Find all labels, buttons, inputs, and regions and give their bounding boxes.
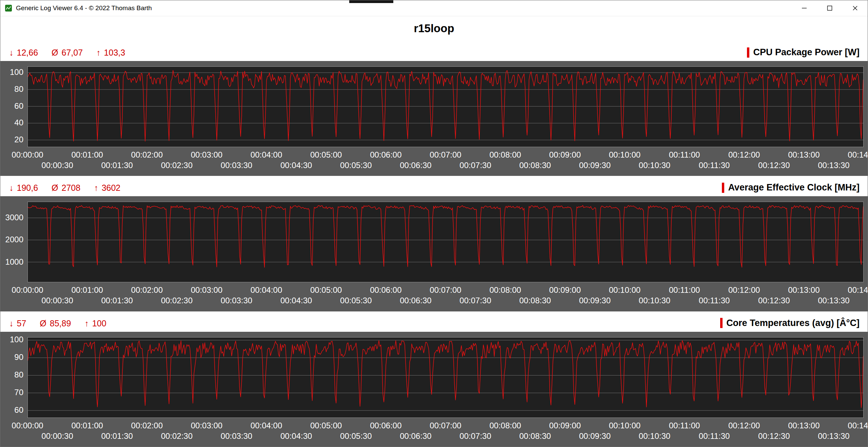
max-arrow-icon: ↑ — [96, 48, 101, 58]
plot-area[interactable] — [27, 202, 864, 282]
y-tick-label: 100 — [10, 67, 23, 77]
chart-section-core-temperatures: ↓ 57 Ø 85,89 ↑ 100 Core Temperatures (av… — [0, 311, 868, 447]
x-tick-label: 00:09:30 — [579, 161, 611, 170]
y-tick-label: 1000 — [5, 257, 23, 267]
stat-max-value: 103,3 — [104, 48, 125, 58]
x-tick-label: 00:09:30 — [579, 296, 611, 305]
x-tick-label: 00:09:00 — [549, 421, 581, 430]
plot-area[interactable] — [27, 337, 864, 418]
overlapping-window-artifact — [349, 0, 393, 3]
stat-min-value: 190,6 — [17, 183, 38, 193]
close-icon — [852, 5, 858, 11]
chart-section-average-effective-clock: ↓ 190,6 Ø 2708 ↑ 3602 Average Effective … — [0, 176, 868, 311]
x-tick-label: 00:09:00 — [549, 150, 581, 160]
chart-legend: Core Temperatures (avg) [Â°C] — [720, 318, 860, 328]
stat-min: ↓ 12,66 — [9, 48, 38, 58]
y-axis: 60708090100 — [0, 337, 27, 418]
x-tick-label: 00:11:00 — [669, 150, 700, 160]
chart-header: ↓ 12,66 Ø 67,07 ↑ 103,3 CPU Package Powe… — [0, 41, 868, 61]
x-tick-label: 00:04:30 — [280, 431, 312, 441]
window-title: Generic Log Viewer 6.4 - © 2022 Thomas B… — [16, 4, 152, 12]
x-tick-label: 00:04:00 — [251, 285, 282, 295]
x-tick-label: 00:08:00 — [489, 150, 521, 160]
x-tick-label: 00:00:30 — [41, 431, 73, 441]
stat-avg-value: 2708 — [62, 183, 81, 193]
x-tick-label: 00:04:30 — [280, 296, 312, 305]
x-tick-label: 00:00:00 — [12, 285, 43, 295]
x-tick-label: 00:12:00 — [728, 421, 760, 430]
chart-stats: ↓ 57 Ø 85,89 ↑ 100 — [9, 319, 106, 328]
x-tick-label: 00:01:00 — [71, 421, 103, 430]
x-tick-label: 00:02:00 — [131, 285, 163, 295]
x-tick-label: 00:11:30 — [699, 161, 730, 170]
x-axis-minor: 00:00:3000:01:3000:02:3000:03:3000:04:30… — [27, 296, 864, 305]
legend-color-bar — [720, 318, 723, 328]
avg-symbol-icon: Ø — [52, 48, 58, 58]
x-tick-label: 00:12:00 — [728, 285, 760, 295]
x-tick-label: 00:06:00 — [370, 285, 401, 295]
y-tick-label: 2000 — [5, 235, 23, 244]
x-tick-label: 00:01:00 — [71, 285, 103, 295]
stat-min: ↓ 57 — [9, 319, 26, 328]
y-tick-label: 60 — [14, 405, 23, 415]
maximize-button[interactable] — [817, 0, 842, 16]
x-tick-label: 00:10:30 — [639, 431, 670, 441]
y-tick-label: 70 — [14, 388, 23, 397]
y-tick-label: 80 — [14, 84, 23, 94]
min-arrow-icon: ↓ — [9, 183, 14, 193]
min-arrow-icon: ↓ — [9, 319, 14, 328]
x-tick-label: 00:11:30 — [699, 296, 730, 305]
x-tick-label: 00:01:00 — [71, 150, 103, 160]
page-title: r15loop — [414, 22, 454, 35]
x-tick-label: 00:13:30 — [818, 431, 849, 441]
x-tick-label: 00:00:00 — [12, 421, 43, 430]
chart-region: 60708090100 00:00:0000:01:0000:02:0000:0… — [0, 332, 868, 447]
y-tick-label: 40 — [14, 118, 23, 127]
plot-area[interactable] — [27, 66, 864, 147]
x-tick-label: 00:02:00 — [131, 421, 163, 430]
min-arrow-icon: ↓ — [9, 48, 14, 58]
y-tick-label: 20 — [14, 135, 23, 144]
stat-max: ↑ 3602 — [94, 183, 120, 193]
x-tick-label: 00:06:30 — [400, 161, 431, 170]
x-tick-label: 00:14:00 — [848, 150, 868, 160]
y-tick-label: 100 — [10, 335, 23, 344]
x-tick-label: 00:02:30 — [161, 161, 193, 170]
x-tick-label: 00:06:00 — [370, 150, 401, 160]
x-tick-label: 00:07:00 — [430, 285, 461, 295]
x-tick-label: 00:03:30 — [221, 161, 252, 170]
y-axis: 100020003000 — [0, 202, 27, 282]
x-tick-label: 00:04:30 — [280, 161, 312, 170]
minimize-button[interactable] — [791, 0, 817, 16]
x-tick-label: 00:06:30 — [400, 431, 431, 441]
x-tick-label: 00:07:30 — [459, 431, 491, 441]
y-tick-label: 80 — [14, 370, 23, 380]
chart-legend: Average Effective Clock [MHz] — [722, 182, 860, 193]
x-tick-label: 00:02:30 — [161, 296, 193, 305]
x-tick-label: 00:01:30 — [101, 161, 133, 170]
x-tick-label: 00:10:00 — [609, 285, 640, 295]
chart-stats: ↓ 190,6 Ø 2708 ↑ 3602 — [9, 183, 120, 193]
x-tick-label: 00:10:00 — [609, 150, 640, 160]
x-tick-label: 00:08:30 — [519, 161, 551, 170]
max-arrow-icon: ↑ — [84, 319, 89, 328]
page-title-band: r15loop — [0, 16, 868, 41]
x-tick-label: 00:06:30 — [400, 296, 431, 305]
x-tick-label: 00:03:00 — [191, 421, 222, 430]
x-tick-label: 00:01:30 — [101, 431, 133, 441]
close-button[interactable] — [842, 0, 868, 16]
stat-avg-value: 67,07 — [62, 48, 83, 58]
chart-header: ↓ 57 Ø 85,89 ↑ 100 Core Temperatures (av… — [0, 311, 868, 332]
chart-title: CPU Package Power [W] — [753, 47, 860, 58]
stat-avg: Ø 67,07 — [52, 48, 83, 58]
window-titlebar: Generic Log Viewer 6.4 - © 2022 Thomas B… — [0, 0, 868, 16]
chart-title: Core Temperatures (avg) [Â°C] — [726, 318, 860, 328]
y-tick-label: 3000 — [5, 213, 23, 222]
x-tick-label: 00:05:00 — [310, 421, 342, 430]
app-icon — [5, 5, 12, 12]
x-tick-label: 00:12:00 — [728, 150, 760, 160]
x-tick-label: 00:05:00 — [310, 285, 342, 295]
x-tick-label: 00:00:30 — [41, 296, 73, 305]
x-tick-label: 00:05:30 — [340, 431, 372, 441]
x-tick-label: 00:09:00 — [549, 285, 581, 295]
